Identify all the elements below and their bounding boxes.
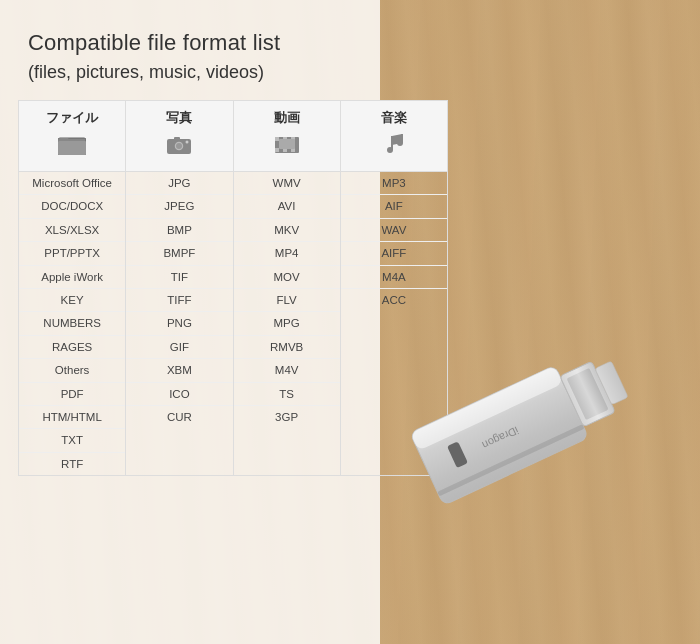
- data-cell: PNG: [126, 312, 232, 335]
- film-icon: [238, 133, 336, 161]
- data-cell: RAGES: [19, 336, 125, 359]
- header-videos: 動画: [234, 100, 341, 172]
- svg-point-7: [186, 141, 189, 144]
- data-cell: XBM: [126, 359, 232, 382]
- svg-rect-2: [58, 141, 86, 155]
- data-cell: BMP: [126, 219, 232, 242]
- svg-point-19: [397, 140, 403, 146]
- header-music: 音楽: [341, 100, 448, 172]
- main-title: Compatible file format list: [28, 30, 280, 56]
- svg-rect-6: [174, 137, 180, 141]
- folder-icon: [23, 133, 121, 161]
- data-cell: JPEG: [126, 195, 232, 218]
- data-cell: AIF: [341, 195, 447, 218]
- svg-rect-9: [275, 137, 279, 141]
- data-cell: Others: [19, 359, 125, 382]
- music-icon: [345, 133, 443, 161]
- col-photos: JPGJPEGBMPBMPFTIFTIFFPNGGIFXBMICOCUR: [126, 172, 233, 476]
- usb-drive-area: iDragon: [280, 244, 700, 644]
- data-cell: ICO: [126, 383, 232, 406]
- data-cell: TIFF: [126, 289, 232, 312]
- data-cell: RTF: [19, 453, 125, 475]
- data-cell: PPT/PPTX: [19, 242, 125, 265]
- videos-label: 動画: [238, 109, 336, 127]
- svg-point-18: [387, 147, 393, 153]
- svg-rect-12: [275, 148, 279, 152]
- header-photos: 写真: [126, 100, 233, 172]
- data-cell: NUMBERS: [19, 312, 125, 335]
- camera-icon: [130, 133, 228, 161]
- data-cell: Apple iWork: [19, 266, 125, 289]
- data-cell: CUR: [126, 406, 232, 428]
- headers-row: ファイル 写真: [18, 100, 448, 172]
- sub-title: (files, pictures, music, videos): [28, 62, 264, 83]
- data-cell: DOC/DOCX: [19, 195, 125, 218]
- data-cell: Microsoft Office: [19, 172, 125, 195]
- photos-label: 写真: [130, 109, 228, 127]
- music-label: 音楽: [345, 109, 443, 127]
- data-cell: TIF: [126, 266, 232, 289]
- data-cell: AVI: [234, 195, 340, 218]
- data-cell: MP3: [341, 172, 447, 195]
- data-cell: XLS/XLSX: [19, 219, 125, 242]
- data-cell: PDF: [19, 383, 125, 406]
- data-cell: TXT: [19, 429, 125, 452]
- files-label: ファイル: [23, 109, 121, 127]
- data-cell: KEY: [19, 289, 125, 312]
- svg-rect-15: [279, 139, 295, 149]
- data-cell: JPG: [126, 172, 232, 195]
- svg-point-5: [176, 143, 182, 149]
- data-cell: GIF: [126, 336, 232, 359]
- data-cell: BMPF: [126, 242, 232, 265]
- col-files: Microsoft OfficeDOC/DOCXXLS/XLSXPPT/PPTX…: [18, 172, 126, 476]
- data-cell: WMV: [234, 172, 340, 195]
- data-cell: HTM/HTML: [19, 406, 125, 429]
- header-files: ファイル: [18, 100, 126, 172]
- page-content: Compatible file format list (files, pict…: [0, 0, 700, 644]
